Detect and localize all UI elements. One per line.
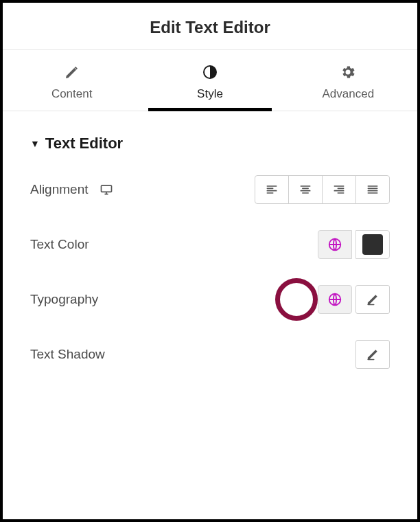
pencil-icon bbox=[366, 348, 380, 361]
text-shadow-label: Text Shadow bbox=[30, 347, 105, 362]
align-justify-button[interactable] bbox=[355, 175, 390, 204]
row-alignment: Alignment bbox=[30, 173, 390, 206]
align-center-button[interactable] bbox=[288, 175, 323, 204]
typography-label: Typography bbox=[30, 292, 98, 307]
row-text-shadow: Text Shadow bbox=[30, 338, 390, 371]
text-color-global-button[interactable] bbox=[318, 230, 352, 259]
globe-icon bbox=[327, 237, 342, 252]
pencil-icon bbox=[366, 293, 380, 306]
align-left-button[interactable] bbox=[255, 175, 289, 204]
alignment-label: Alignment bbox=[30, 182, 89, 197]
typography-global-button[interactable] bbox=[318, 285, 352, 314]
row-typography: Typography bbox=[30, 283, 390, 316]
gear-icon bbox=[340, 64, 356, 80]
tab-advanced-label: Advanced bbox=[323, 87, 375, 101]
tab-content[interactable]: Content bbox=[3, 50, 141, 111]
text-color-label: Text Color bbox=[30, 237, 89, 252]
text-color-swatch-button[interactable] bbox=[355, 230, 390, 259]
section-text-editor: ▼ Text Editor Alignment bbox=[3, 111, 417, 400]
panel-header: Edit Text Editor bbox=[3, 3, 417, 50]
tab-style-label: Style bbox=[197, 87, 223, 101]
color-swatch bbox=[362, 234, 383, 255]
tab-content-label: Content bbox=[51, 87, 93, 101]
section-header[interactable]: ▼ Text Editor bbox=[30, 135, 390, 152]
caret-down-icon: ▼ bbox=[30, 138, 40, 149]
panel-title: Edit Text Editor bbox=[3, 18, 417, 37]
pencil-icon bbox=[64, 64, 80, 80]
alignment-buttons bbox=[255, 175, 390, 204]
text-shadow-edit-button[interactable] bbox=[355, 340, 390, 369]
globe-icon bbox=[327, 292, 342, 307]
desktop-icon[interactable] bbox=[100, 183, 113, 196]
highlight-ring bbox=[275, 278, 318, 321]
section-title: Text Editor bbox=[45, 135, 123, 152]
tabs: Content Style Advanced bbox=[3, 50, 417, 111]
row-text-color: Text Color bbox=[30, 228, 390, 261]
tab-advanced[interactable]: Advanced bbox=[279, 50, 417, 111]
tab-style[interactable]: Style bbox=[141, 50, 279, 111]
align-right-button[interactable] bbox=[322, 175, 356, 204]
svg-rect-1 bbox=[101, 185, 111, 192]
settings-panel: Edit Text Editor Content Style Advanced … bbox=[0, 0, 420, 522]
typography-edit-button[interactable] bbox=[355, 285, 390, 314]
contrast-icon bbox=[202, 64, 218, 80]
